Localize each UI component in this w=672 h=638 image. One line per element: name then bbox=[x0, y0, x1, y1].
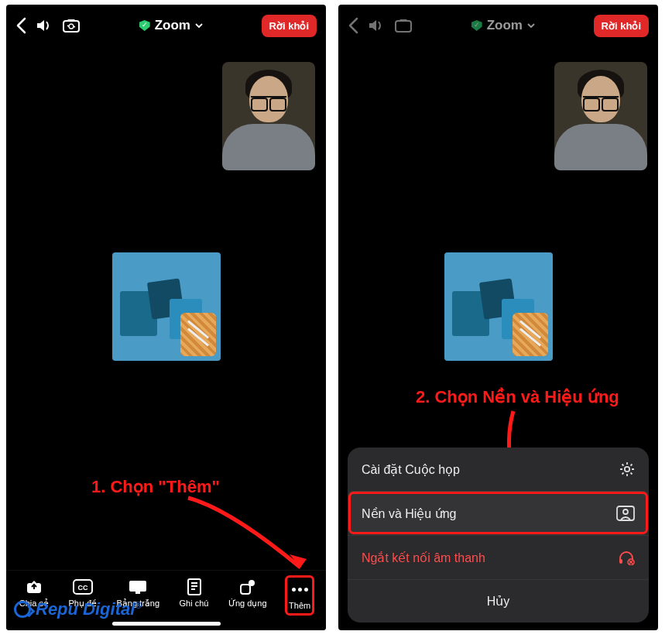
phone-screen-step1: Zoom Rời khỏi 1. Chọn "Thêm" Chia sẻ bbox=[6, 5, 326, 630]
gear-icon bbox=[619, 461, 635, 477]
person-frame-icon bbox=[616, 506, 635, 521]
meeting-title[interactable]: Zoom bbox=[422, 18, 585, 33]
apps-button[interactable]: Ứng dụng bbox=[227, 575, 269, 612]
shield-icon bbox=[471, 20, 482, 31]
more-icon bbox=[290, 581, 310, 598]
sheet-bg-effects-label: Nền và Hiệu ứng bbox=[362, 506, 457, 521]
svg-point-10 bbox=[625, 467, 629, 472]
header-bar: Zoom Rời khỏi bbox=[338, 5, 658, 46]
speaker-icon[interactable] bbox=[368, 18, 385, 33]
switch-camera-icon[interactable] bbox=[62, 18, 81, 33]
svg-point-12 bbox=[623, 509, 628, 514]
phone-screen-step2: Zoom Rời khỏi 2. Chọn Nền và Hiệu ứng Cà… bbox=[338, 5, 658, 630]
leave-button[interactable]: Rời khỏi bbox=[594, 15, 649, 37]
home-indicator bbox=[112, 622, 221, 626]
speaker-icon[interactable] bbox=[36, 18, 53, 33]
share-button[interactable]: Chia sẻ bbox=[18, 575, 50, 612]
notes-icon bbox=[184, 578, 204, 595]
whiteboard-button[interactable]: Bảng trắng bbox=[115, 575, 162, 612]
chevron-down-icon bbox=[527, 22, 535, 29]
svg-rect-9 bbox=[396, 21, 411, 32]
shield-icon bbox=[139, 20, 150, 31]
header-bar: Zoom Rời khỏi bbox=[6, 5, 326, 46]
svg-rect-7 bbox=[241, 585, 250, 594]
chevron-down-icon bbox=[195, 22, 203, 29]
switch-camera-icon[interactable] bbox=[394, 18, 413, 33]
back-button[interactable] bbox=[348, 17, 358, 34]
caption-button[interactable]: CC Phụ đề bbox=[67, 575, 98, 612]
annotation-arrow-1 bbox=[184, 494, 316, 579]
notes-label: Ghi chú bbox=[180, 599, 209, 608]
title-text: Zoom bbox=[487, 18, 523, 33]
annotation-step2: 2. Chọn Nền và Hiệu ứng bbox=[416, 387, 619, 407]
more-action-sheet: Cài đặt Cuộc họp Nền và Hiệu ứng Ngắt kế… bbox=[348, 448, 649, 623]
sheet-cancel[interactable]: Hủy bbox=[348, 579, 649, 623]
sheet-meeting-settings-label: Cài đặt Cuộc họp bbox=[362, 462, 460, 477]
svg-rect-11 bbox=[617, 506, 634, 520]
self-video-thumbnail[interactable] bbox=[554, 62, 647, 170]
whiteboard-label: Bảng trắng bbox=[117, 599, 160, 609]
sheet-disconnect-audio-label: Ngắt kết nối âm thanh bbox=[362, 551, 485, 565]
apps-icon bbox=[238, 578, 258, 595]
participant-avatar bbox=[112, 252, 221, 361]
participant-avatar bbox=[444, 252, 553, 361]
share-label: Chia sẻ bbox=[19, 599, 49, 609]
meeting-title[interactable]: Zoom bbox=[90, 18, 252, 33]
apps-label: Ứng dụng bbox=[228, 599, 267, 609]
caption-icon: CC bbox=[73, 578, 93, 595]
sheet-cancel-label: Hủy bbox=[487, 594, 510, 609]
title-text: Zoom bbox=[155, 18, 190, 33]
svg-rect-4 bbox=[129, 581, 146, 592]
notes-button[interactable]: Ghi chú bbox=[178, 575, 211, 611]
whiteboard-icon bbox=[128, 578, 148, 595]
more-label: Thêm bbox=[289, 601, 310, 610]
leave-button[interactable]: Rời khỏi bbox=[262, 15, 317, 37]
svg-point-8 bbox=[249, 580, 255, 586]
svg-rect-13 bbox=[619, 559, 622, 564]
sheet-meeting-settings[interactable]: Cài đặt Cuộc họp bbox=[348, 448, 649, 491]
share-icon bbox=[24, 578, 44, 595]
caption-label: Phụ đề bbox=[68, 599, 97, 609]
svg-rect-0 bbox=[63, 21, 79, 32]
self-video-thumbnail[interactable] bbox=[222, 62, 315, 170]
svg-text:CC: CC bbox=[77, 584, 87, 592]
back-button[interactable] bbox=[15, 17, 26, 34]
svg-rect-5 bbox=[135, 592, 140, 594]
sheet-background-effects[interactable]: Nền và Hiệu ứng bbox=[348, 491, 649, 535]
more-button[interactable]: Thêm bbox=[285, 575, 314, 616]
headphones-off-icon bbox=[618, 550, 635, 565]
sheet-disconnect-audio[interactable]: Ngắt kết nối âm thanh bbox=[348, 535, 649, 579]
